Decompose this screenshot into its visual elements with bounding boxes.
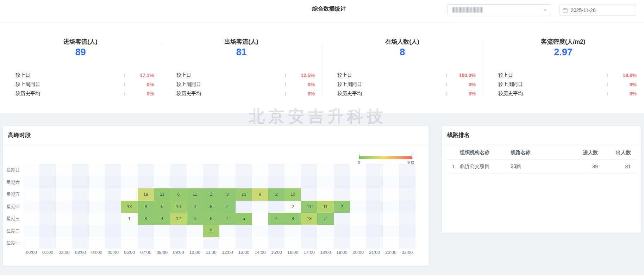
up-arrow-icon: ↑ — [443, 91, 450, 96]
heatmap-empty-cell — [138, 237, 154, 249]
kpi-row-pct: 18.8% — [611, 73, 637, 78]
heatmap-empty-cell — [105, 237, 121, 249]
heatmap-empty-cell — [334, 213, 350, 225]
heatmap-empty-cell — [268, 237, 285, 249]
heatmap-value-cell: 4 — [187, 201, 203, 213]
heatmap-empty-cell — [203, 164, 219, 176]
line-cell: 23路 — [511, 160, 572, 174]
heatmap-value-cell: 3 — [219, 188, 236, 201]
heatmap-empty-cell — [23, 188, 39, 201]
heatmap-empty-cell — [89, 201, 105, 213]
kpi-row-label: 较历史平均 — [176, 90, 282, 97]
heatmap-empty-cell — [56, 176, 72, 189]
column-header-line: 线路名称 — [511, 146, 572, 160]
heatmap-empty-cell — [301, 237, 317, 249]
heatmap-empty-cell — [170, 164, 187, 176]
heatmap-empty-cell — [72, 213, 88, 225]
heatmap-empty-cell — [39, 237, 56, 249]
heatmap-value-cell: 5 — [203, 213, 219, 225]
heatmap-empty-cell — [236, 176, 252, 189]
date-picker[interactable]: 2025-11-28 — [559, 5, 636, 15]
heatmap-empty-cell — [23, 237, 39, 249]
heatmap-value-cell: 1 — [121, 213, 137, 225]
heatmap-empty-cell — [138, 225, 154, 237]
heatmap-empty-cell — [56, 201, 72, 213]
kpi-row: 较上周同日↑0% — [0, 80, 161, 89]
table-row[interactable]: 1 临沂公交项目 23路 89 81 — [447, 160, 636, 174]
org-select[interactable] — [447, 4, 551, 15]
kpi-row: 较上日↑12.5% — [161, 71, 322, 80]
x-axis-label-hour: 16:00 — [285, 250, 301, 255]
chevron-down-icon — [543, 8, 547, 12]
heatmap-empty-cell — [334, 225, 350, 237]
heatmap-empty-cell — [72, 164, 88, 176]
heatmap-empty-cell — [236, 225, 252, 237]
heatmap-empty-cell — [366, 237, 382, 249]
kpi-row-pct: 0% — [289, 82, 315, 87]
kpi-row: 较上日↑100.0% — [322, 71, 483, 80]
heatmap-empty-cell — [203, 237, 219, 249]
route-ranking-table: 组织机构名称 线路名称 进人数 出人数 1 临沂公交项目 23路 89 81 — [447, 146, 636, 174]
heatmap-empty-cell — [285, 225, 301, 237]
heatmap-empty-cell — [399, 188, 415, 201]
kpi-title: 进场客流(人) — [0, 38, 161, 46]
kpi-title: 客流密度(人/m2) — [483, 38, 644, 46]
heatmap-empty-cell — [252, 176, 268, 189]
heatmap-empty-cell — [317, 176, 333, 189]
kpi-value: 8 — [322, 47, 483, 58]
heatmap-empty-cell — [89, 188, 105, 201]
heatmap-empty-cell — [105, 201, 121, 213]
heatmap-empty-cell — [350, 164, 366, 176]
x-axis-label-hour: 06:00 — [121, 250, 138, 255]
x-axis-label-hour: 23:00 — [399, 250, 415, 255]
heatmap-empty-cell — [252, 237, 268, 249]
column-header-out: 出人数 — [598, 146, 636, 160]
heatmap-empty-cell — [301, 225, 317, 237]
heatmap-empty-cell — [89, 213, 105, 225]
route-ranking-title: 线路排名 — [447, 132, 470, 139]
heatmap-empty-cell — [219, 176, 236, 189]
x-axis-label-hour: 19:00 — [333, 250, 350, 255]
calendar-icon — [563, 8, 568, 13]
heatmap-value-cell: 2 — [203, 188, 219, 201]
kpi-title: 出场客流(人) — [161, 38, 322, 46]
heatmap-empty-cell — [301, 176, 317, 189]
heatmap-empty-cell — [72, 176, 88, 189]
heatmap-empty-cell — [366, 213, 382, 225]
kpi-value: 2.97 — [483, 47, 644, 58]
x-axis-label-hour: 17:00 — [301, 250, 318, 255]
heatmap-empty-cell — [383, 213, 399, 225]
page-title: 综合数据统计 — [312, 5, 346, 13]
up-arrow-icon: ↑ — [443, 73, 450, 78]
kpi-row: 较上日↑18.8% — [483, 71, 644, 80]
heatmap-empty-cell — [334, 188, 350, 201]
heatmap-empty-cell — [350, 201, 366, 213]
heatmap-empty-cell — [105, 225, 121, 237]
kpi-card-present-count: 在场人数(人) 8 较上日↑100.0% 较上周同日↑0% 较历史平均↑0% — [322, 23, 483, 113]
kpi-row-label: 较上周同日 — [176, 81, 282, 88]
heatmap-empty-cell — [23, 213, 39, 225]
heatmap-empty-cell — [105, 213, 121, 225]
heatmap-empty-cell — [105, 188, 121, 201]
kpi-value: 81 — [161, 47, 322, 58]
kpi-row-pct: 100.0% — [450, 73, 476, 78]
route-ranking-panel: 线路排名 组织机构名称 线路名称 进人数 出人数 1 临沂公交项目 23路 89… — [442, 126, 641, 233]
heatmap-empty-cell — [154, 225, 170, 237]
heatmap-empty-cell — [366, 201, 382, 213]
heatmap-color-legend[interactable] — [359, 156, 412, 159]
heatmap-empty-cell — [236, 164, 252, 176]
x-axis-label-hour: 14:00 — [252, 250, 269, 255]
date-value: 2025-11-28 — [571, 7, 596, 13]
heatmap-empty-cell — [56, 213, 72, 225]
x-axis-label-hour: 07:00 — [137, 250, 154, 255]
x-axis-label-hour: 21:00 — [366, 250, 383, 255]
heatmap-empty-cell — [268, 201, 285, 213]
heatmap-empty-cell — [366, 164, 382, 176]
heatmap-empty-cell — [399, 237, 415, 249]
x-axis-label-hour: 01:00 — [39, 250, 56, 255]
kpi-row-pct: 0% — [129, 91, 154, 96]
heatmap-empty-cell — [317, 164, 333, 176]
column-header-in: 进人数 — [573, 146, 598, 160]
heatmap-empty-cell — [23, 176, 39, 189]
top-bar: 综合数据统计 2025-11-28 — [0, 0, 644, 23]
